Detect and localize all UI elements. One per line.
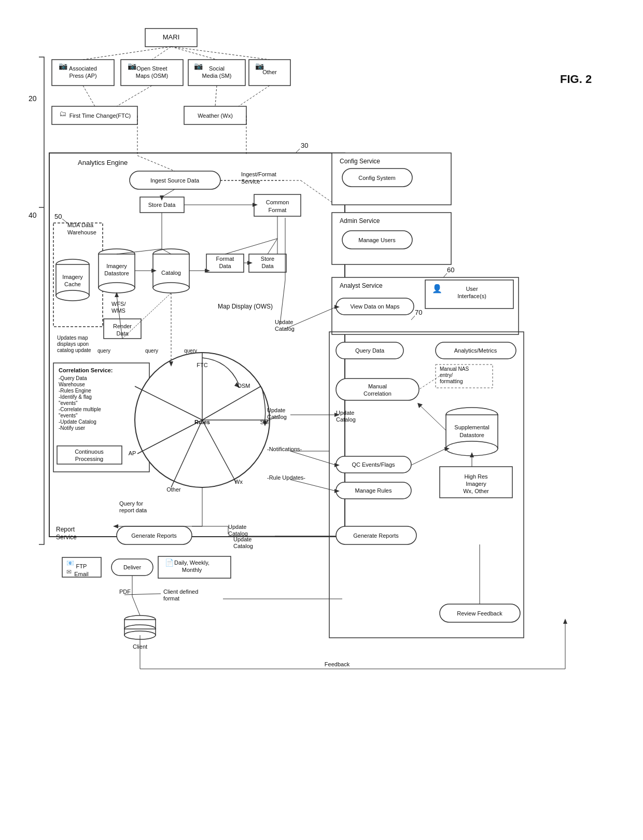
svg-text:📷: 📷 bbox=[128, 62, 137, 71]
generate-reports-right-label: Generate Reports bbox=[353, 533, 399, 539]
config-system-label: Config System bbox=[358, 175, 396, 181]
update-catalog-mid-label2: Catalog bbox=[267, 414, 287, 420]
imagery-cache-label: Imagery bbox=[62, 274, 83, 280]
imagery-cache-ellipse-bot bbox=[56, 290, 89, 301]
cs-item5: -Update Catalog bbox=[59, 419, 96, 425]
query2-label: query bbox=[145, 348, 158, 354]
high-res-label3: Wx, Other bbox=[463, 488, 489, 494]
pdf-label: PDF bbox=[119, 589, 131, 595]
cs-item2: -Rules Engine bbox=[59, 388, 91, 394]
render-data-label2: Data bbox=[116, 330, 129, 337]
report-service-label2: Service bbox=[56, 534, 77, 541]
ingest-source-label: Ingest Source Data bbox=[150, 177, 200, 184]
svg-line-83 bbox=[280, 280, 285, 324]
update-catalog-bottom-label: Update bbox=[233, 536, 251, 542]
store-data-top-label: Store Data bbox=[148, 202, 176, 208]
sm-label2: Media (SM) bbox=[202, 73, 232, 79]
fig-label: FIG. 2 bbox=[560, 73, 592, 86]
generate-reports-label: Generate Reports bbox=[131, 533, 177, 539]
svg-line-9 bbox=[83, 86, 95, 106]
svg-text:📷: 📷 bbox=[59, 62, 68, 71]
svg-line-80 bbox=[137, 156, 175, 171]
manage-rules-label: Manage Rules bbox=[355, 487, 392, 494]
cs-item3b: "events" bbox=[59, 400, 78, 406]
common-format-label: Common bbox=[266, 199, 289, 205]
ref-70: 70 bbox=[415, 309, 422, 316]
report-service-label: Report bbox=[56, 526, 75, 533]
format-data-label: Format bbox=[216, 256, 234, 262]
catalog-label: Catalog bbox=[161, 270, 181, 276]
weather-label: Weather (Wx) bbox=[198, 113, 233, 119]
svg-line-7 bbox=[171, 47, 270, 60]
manual-nas-label3: formatting bbox=[440, 379, 463, 384]
osm-label2: Maps (OSM) bbox=[136, 73, 168, 79]
query-report-label: Query for bbox=[119, 500, 143, 507]
supplemental-label2: Datastore bbox=[459, 432, 484, 438]
daily-weekly-label: Daily, Weekly, bbox=[174, 559, 209, 566]
wfs-wms-label: WFS/ bbox=[111, 301, 126, 307]
cs-item1: -Query Data bbox=[59, 375, 87, 381]
updates-map-label2: displays upon bbox=[57, 341, 89, 347]
rule-updates-label: -Rule Updates- bbox=[267, 474, 305, 481]
svg-line-69 bbox=[419, 376, 440, 389]
svg-line-70 bbox=[419, 404, 446, 430]
supplemental-label: Supplemental bbox=[454, 424, 489, 430]
ref-60: 60 bbox=[447, 266, 454, 274]
feedback-label: Feedback bbox=[325, 661, 350, 667]
manual-correlation-label2: Correlation bbox=[364, 390, 392, 397]
ftp-label: FTP bbox=[76, 563, 87, 569]
store-data-right-label: Store bbox=[261, 256, 274, 262]
ref-50: 50 bbox=[54, 213, 62, 220]
wheel-osm: OSM bbox=[237, 383, 250, 389]
update-catalog-bottom-label2: Catalog bbox=[233, 543, 253, 549]
svg-line-16 bbox=[162, 189, 175, 197]
svg-line-6 bbox=[171, 47, 217, 60]
store-data-right-label2: Data bbox=[261, 263, 274, 269]
qc-events-label: QC Events/Flags bbox=[352, 461, 395, 468]
query1-label: query bbox=[97, 348, 110, 354]
update-catalog-right-mid-label2: Catalog bbox=[336, 416, 356, 423]
deliver-label: Deliver bbox=[123, 564, 142, 570]
ref-40: 40 bbox=[29, 211, 37, 219]
svg-text:🗂: 🗂 bbox=[59, 109, 66, 118]
cs-item4: -Correlate multiple bbox=[59, 407, 101, 412]
manual-nas-label: Manual NAS bbox=[440, 366, 469, 372]
imagery-ds-label2: Datastore bbox=[104, 270, 129, 276]
analytics-engine-label: Analytics Engine bbox=[78, 159, 128, 166]
ref-30: 30 bbox=[301, 142, 308, 149]
svg-line-5 bbox=[152, 47, 171, 60]
sm-label: Social bbox=[209, 65, 225, 72]
mda-label2: Warehouse bbox=[67, 229, 96, 235]
manual-correlation-box bbox=[336, 379, 419, 400]
ref-20: 20 bbox=[29, 94, 37, 103]
wheel-ap: AP bbox=[129, 450, 136, 456]
manual-correlation-label: Manual bbox=[368, 383, 387, 389]
updates-map-label3: catalog update bbox=[57, 347, 91, 353]
imagery-ds-label: Imagery bbox=[106, 263, 127, 269]
high-res-label: High Res bbox=[464, 473, 488, 480]
svg-text:👤: 👤 bbox=[432, 284, 442, 293]
manage-users-label: Manage Users bbox=[358, 237, 396, 243]
continuous-label2: Processing bbox=[75, 456, 103, 462]
high-res-label2: Imagery bbox=[466, 481, 486, 487]
svg-line-47 bbox=[132, 596, 140, 615]
svg-line-10 bbox=[117, 86, 152, 106]
updates-map-label: Updates map bbox=[57, 335, 88, 341]
daily-weekly-label2: Monthly bbox=[182, 567, 202, 573]
svg-line-85 bbox=[301, 180, 332, 202]
svg-marker-51 bbox=[563, 619, 567, 624]
ftc-label: First Time Change(FTC) bbox=[69, 113, 131, 119]
query-report-label2: report data bbox=[119, 507, 147, 513]
client-format-label: Client defined bbox=[163, 589, 198, 595]
map-display-label: Map Display (OWS) bbox=[218, 303, 273, 310]
wheel-ftc: FTC bbox=[197, 362, 207, 368]
query-data-label: Query Data bbox=[355, 347, 385, 354]
svg-text:📷: 📷 bbox=[194, 62, 203, 71]
svg-line-12 bbox=[239, 86, 270, 106]
imagery-ds-ellipse-bot bbox=[99, 283, 135, 293]
update-catalog-mid-label: Update bbox=[267, 407, 285, 413]
svg-text:✉: ✉ bbox=[66, 568, 72, 576]
admin-service-label: Admin Service bbox=[340, 217, 380, 225]
ap-label: Associated bbox=[69, 65, 97, 72]
email-label: Email bbox=[74, 571, 89, 577]
